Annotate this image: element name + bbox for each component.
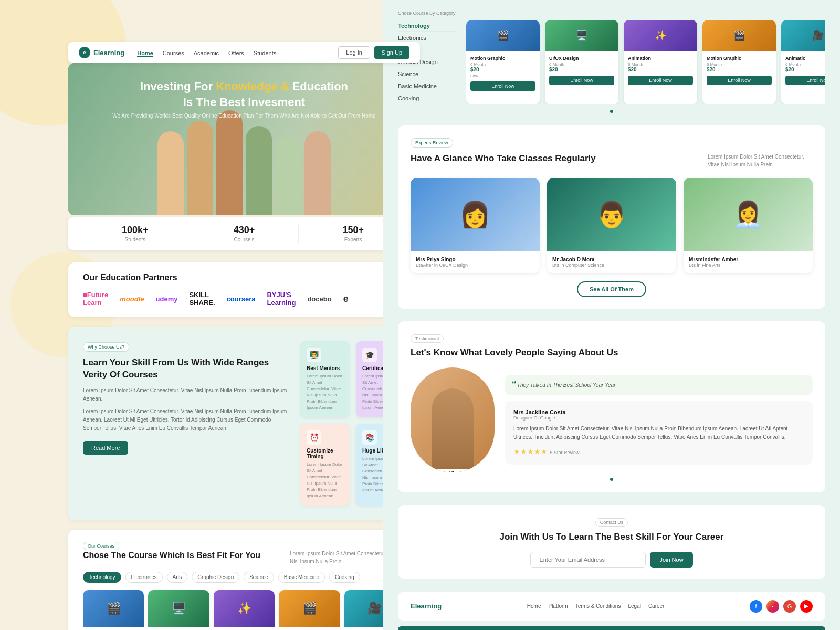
testimonial-name-tag: Mrs Jackline Costa	[426, 469, 479, 472]
instagram-icon[interactable]: ▪	[766, 600, 779, 613]
courses-section: Our Courses Chose The Course Which Is Be…	[68, 530, 420, 630]
footer-link-legal[interactable]: Legal	[628, 603, 640, 609]
expert-role-0: BtaAfter in UI/UX Design	[416, 262, 534, 268]
rcc-thumb-3: 🎬	[702, 20, 776, 51]
footer-link-platform[interactable]: Platform	[548, 603, 568, 609]
course-card-1: 🖥️ UI/UX Design 6 Month · 2747 Reviews $…	[148, 590, 209, 630]
nav-offers[interactable]: Offers	[228, 50, 244, 56]
logo: e Elearning	[79, 47, 124, 58]
rcc-title-2: Animation	[628, 56, 693, 61]
expert-card-0: 👩 Mrs Priya Singo BtaAfter in UI/UX Desi…	[411, 178, 540, 273]
why-desc1: Lorem Ipsum Dolor Sit Amet Consectetur. …	[83, 386, 290, 403]
why-card-timing: ⏰ Customize Timing Lorem Ipsum Dolor Sit…	[300, 424, 350, 506]
partner-moodle: moodle	[120, 295, 144, 303]
rcc-3: 🎬 Motion Graphic 6 Month $20 Enroll Now	[702, 20, 776, 104]
cat-medicine[interactable]: Basic Medicine	[278, 572, 325, 583]
library-icon: 📚	[362, 430, 377, 445]
youtube-icon[interactable]: ▶	[800, 600, 813, 613]
dot-nav	[398, 110, 825, 113]
figure-5	[275, 136, 301, 215]
tc-stars-row: ★★★★★ 5 Star Review	[513, 447, 804, 456]
why-choose-section: Why Choose Us? Learn Your Skill From Us …	[68, 327, 420, 520]
cat-arts[interactable]: Arts	[167, 572, 188, 583]
t-dot-1[interactable]	[610, 478, 613, 481]
google-icon[interactable]: G	[783, 600, 796, 613]
navbar: e Elearning Home Courses Academic Offers…	[68, 42, 420, 63]
partners-section: Our Education Partners ■FutureLearn mood…	[68, 262, 420, 317]
tc-name: Mrs Jackline Costa	[513, 409, 566, 415]
courses-heading: Chose The Course Which Is Best Fit For Y…	[83, 550, 260, 561]
testimonial-photo: Mrs Jackline Costa	[411, 368, 495, 472]
rcc-thumb-4: 🎥	[781, 20, 825, 51]
tc-text: Lorem Ipsum Dolor Sit Amet Consectetur. …	[513, 425, 804, 442]
rcc-price-3: $20	[707, 67, 772, 72]
hero-content: Investing For Knowledge & EducationIs Th…	[68, 79, 420, 119]
rcc-meta-2: 6 Month	[628, 62, 693, 67]
course-thumb-1: 🖥️	[148, 590, 209, 627]
rcc-enroll-2[interactable]: Enroll Now	[628, 76, 693, 85]
expert-info-1: Mr Jacob D Mora Bts in Computer Science	[547, 251, 676, 273]
logo-text: Elearning	[93, 49, 124, 57]
expert-cards: 👩 Mrs Priya Singo BtaAfter in UI/UX Desi…	[411, 178, 813, 273]
read-more-button[interactable]: Read More	[83, 441, 128, 455]
hero-section: Investing For Knowledge & EducationIs Th…	[68, 63, 420, 215]
figure-2	[187, 121, 213, 215]
rcc-0: 🎬 Motion Graphic 6 Month $20 Low Enroll …	[466, 20, 540, 104]
rcc-enroll-3[interactable]: Enroll Now	[707, 76, 772, 85]
testimonial-content: Mrs Jackline Costa “ They Talked In The …	[411, 368, 813, 472]
rcc-price-1: $20	[549, 67, 614, 72]
expert-card-1: 👨 Mr Jacob D Mora Bts in Computer Scienc…	[547, 178, 676, 273]
signup-button[interactable]: Sign Up	[374, 46, 410, 59]
rcc-enroll-0[interactable]: Enroll Now	[470, 81, 536, 91]
timing-icon: ⏰	[307, 430, 321, 445]
expert-photo-2: 👩‍💼	[684, 178, 813, 251]
hero-title: Investing For Knowledge & EducationIs Th…	[68, 79, 420, 110]
certification-icon: 🎓	[362, 348, 377, 362]
facebook-icon[interactable]: f	[750, 600, 762, 613]
tc-stars: ★★★★★	[513, 447, 548, 456]
nav-students[interactable]: Students	[254, 50, 276, 56]
course-card-3: 🎬 Motion Graphic 6 Month $20 Enroll Now	[279, 590, 340, 630]
rcc-1: 🖥️ UI/UX Design 6 Month $20 Enroll Now	[545, 20, 618, 104]
rcat-technology[interactable]: Technology	[398, 20, 456, 32]
join-section: Contact Us Join With Us To Learn The Bes…	[398, 505, 825, 579]
mentors-icon: 👨‍🏫	[307, 348, 321, 362]
cat-technology[interactable]: Technology	[83, 572, 121, 583]
expert-info-0: Mrs Priya Singo BtaAfter in UI/UX Design	[411, 251, 540, 273]
expert-info-2: Mrsmindsfer Amber Bts in Fine Arts	[684, 251, 813, 273]
rcc-enroll-4[interactable]: Enroll Now	[785, 76, 825, 85]
nav-academic[interactable]: Academic	[194, 50, 219, 56]
nav-home[interactable]: Home	[137, 50, 153, 57]
course-info-2: Animation 6 Month · 960 Reviews $20 Enro…	[214, 627, 275, 630]
join-email-input[interactable]	[530, 552, 646, 568]
right-category-sidebar: Technology Electronics Arts Graphic Desi…	[398, 20, 825, 104]
nav-courses[interactable]: Courses	[163, 50, 184, 56]
join-form: Join Now	[411, 552, 813, 568]
cat-graphic[interactable]: Graphic Design	[192, 572, 239, 583]
cat-cooking[interactable]: Cooking	[329, 572, 360, 583]
rcc-enroll-1[interactable]: Enroll Now	[549, 76, 614, 85]
cat-science[interactable]: Science	[244, 572, 274, 583]
rcc-thumb-0: 🎬	[466, 20, 540, 51]
dot-1[interactable]	[610, 110, 613, 113]
join-button[interactable]: Join Now	[650, 552, 692, 568]
cat-electronics[interactable]: Electronics	[125, 572, 163, 583]
partner-docebo: docebo	[307, 295, 331, 303]
footer-link-home[interactable]: Home	[527, 603, 541, 609]
footer-link-career[interactable]: Career	[648, 603, 665, 609]
partner-skillshare: SKILLSHARE.	[189, 291, 215, 307]
right-courses-section: Chose Course By Category Technology Elec…	[398, 10, 825, 113]
why-desc2: Lorem Ipsum Dolor Sit Amet Consectetur. …	[83, 407, 290, 433]
footer-link-terms[interactable]: Terms & Conditions	[575, 603, 621, 609]
expert-card-2: 👩‍💼 Mrsmindsfer Amber Bts in Fine Arts	[684, 178, 813, 273]
partner-coursera: coursera	[227, 295, 256, 303]
timing-desc: Lorem Ipsum Dolor Sit Amet Consectetur. …	[307, 461, 343, 499]
rcc-thumb-1: 🖥️	[545, 20, 618, 51]
see-all-button[interactable]: See All Of Them	[577, 281, 646, 297]
login-button[interactable]: Log In	[338, 46, 370, 59]
tc-person: Mrs Jackline Costa Designer Of Google	[513, 409, 566, 421]
experts-description: Lorem Ipsum Dolor Sit Amet Consectetur. …	[708, 153, 813, 169]
experts-section: Experts Review Have A Glance Who Take Cl…	[398, 125, 825, 309]
stat-students-number: 100k+	[81, 225, 190, 236]
logo-icon: e	[79, 47, 90, 58]
